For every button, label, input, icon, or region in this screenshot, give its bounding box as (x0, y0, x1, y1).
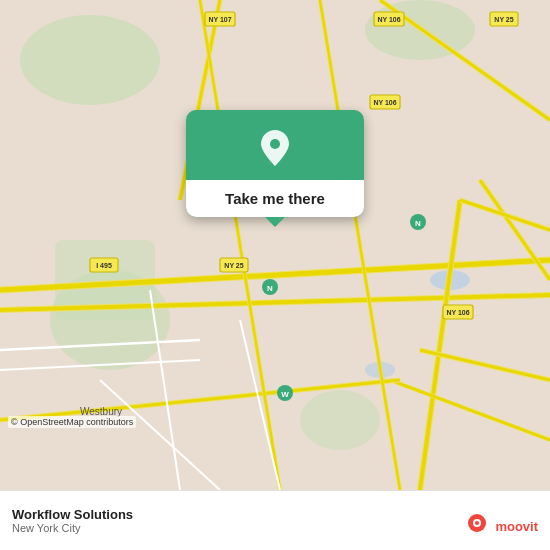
svg-point-59 (270, 139, 280, 149)
svg-text:NY 25: NY 25 (224, 262, 243, 269)
svg-text:NY 25: NY 25 (494, 16, 513, 23)
svg-point-4 (300, 390, 380, 450)
popup-icon-area (253, 110, 297, 180)
place-city: New York City (12, 522, 133, 534)
osm-attribution: © OpenStreetMap contributors (8, 416, 136, 428)
svg-text:N: N (267, 284, 273, 293)
moovit-text: moovit (495, 519, 538, 534)
svg-text:N: N (415, 219, 421, 228)
take-me-there-button[interactable]: Take me there (186, 180, 364, 217)
moovit-logo: moovit (463, 512, 538, 540)
svg-text:NY 106: NY 106 (373, 99, 396, 106)
svg-text:I 495: I 495 (96, 262, 112, 269)
svg-point-1 (20, 15, 160, 105)
popup-card: Take me there (186, 110, 364, 217)
svg-text:NY 106: NY 106 (446, 309, 469, 316)
map-container: NY 107 NY 106 NY 25 NY 106 I 495 NY 25 N… (0, 0, 550, 490)
svg-text:NY 106: NY 106 (377, 16, 400, 23)
bottom-bar: Workflow Solutions New York City moovit (0, 490, 550, 550)
place-name: Workflow Solutions (12, 507, 133, 522)
location-pin-icon (253, 126, 297, 170)
svg-text:W: W (281, 390, 289, 399)
svg-point-62 (475, 521, 479, 525)
svg-text:NY 107: NY 107 (208, 16, 231, 23)
moovit-icon (463, 512, 491, 540)
